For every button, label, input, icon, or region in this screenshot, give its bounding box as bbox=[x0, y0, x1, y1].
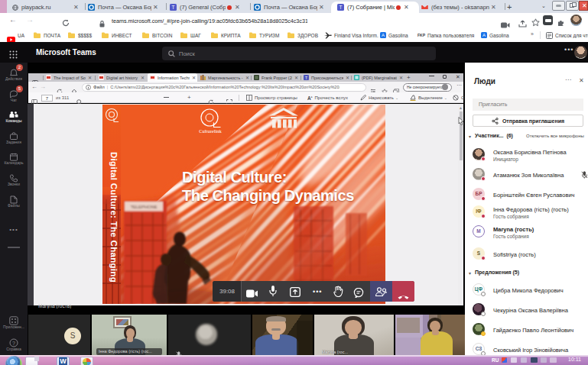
svg-text:Culturelink: Culturelink bbox=[199, 128, 222, 134]
svg-text:A: A bbox=[382, 33, 385, 37]
svg-text:A: A bbox=[482, 33, 486, 37]
svg-text:T: T bbox=[305, 76, 307, 80]
svg-text:?: ? bbox=[12, 341, 15, 346]
svg-text:T: T bbox=[172, 5, 175, 10]
svg-text:T: T bbox=[339, 5, 343, 10]
